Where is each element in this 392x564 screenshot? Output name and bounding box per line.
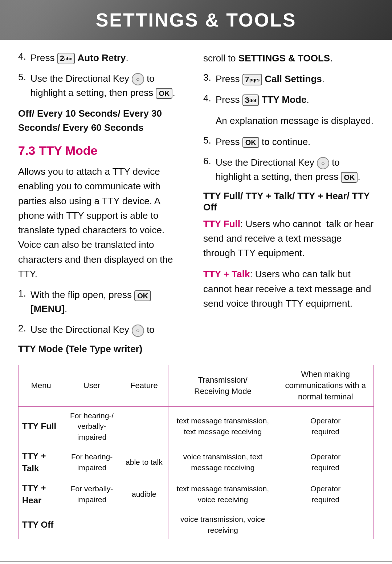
th-feature: Feature xyxy=(120,365,168,406)
list-content-r3: Press 7pqrs Call Settings. xyxy=(216,72,374,86)
footer: 84 VX8360 xyxy=(0,561,392,564)
list-num-5: 5. xyxy=(18,72,28,100)
tty-talk-desc: TTY + Talk: Users who can talk but canno… xyxy=(203,267,374,311)
table-row: TTY Off voice transmission, voicereceivi… xyxy=(19,510,374,539)
right-column: scroll to SETTINGS & TOOLS. 3. Press 7pq… xyxy=(203,51,374,358)
user-tty-full: For hearing-/verbally-impaired xyxy=(64,406,120,446)
list-num-1: 1. xyxy=(18,288,28,316)
th-menu: Menu xyxy=(19,365,64,406)
ok-key-5: OK xyxy=(156,88,172,99)
list-content-2: Use the Directional Key ○ to xyxy=(30,323,189,337)
tty-table-title: TTY Mode (Tele Type writer) xyxy=(18,343,189,355)
main-content: 4. Press 2abc Auto Retry. 5. Use the Dir… xyxy=(0,40,392,550)
settings-tools-label: SETTINGS & TOOLS xyxy=(238,53,330,64)
comm-tty-talk: Operatorrequired xyxy=(277,446,374,478)
scroll-label: scroll to xyxy=(203,53,238,64)
list-num-r5: 5. xyxy=(203,135,213,149)
list-num-r6: 6. xyxy=(203,156,213,184)
feature-tty-talk: able to talk xyxy=(120,446,168,478)
trans-tty-hear: text message transmission,voice receivin… xyxy=(168,478,277,510)
list-item-r6: 6. Use the Directional Key ○ to highligh… xyxy=(203,156,374,184)
tty-talk-inline-label: TTY + Talk xyxy=(203,269,250,279)
list-item-1: 1. With the flip open, press OK [MENU]. xyxy=(18,288,189,316)
menu-tty-hear: TTY +Hear xyxy=(19,478,64,510)
list-content-r5: Press OK to continue. xyxy=(216,135,374,149)
tty-full-inline-label: TTY Full xyxy=(203,218,240,229)
comm-tty-off xyxy=(277,510,374,539)
dir-key-r6: ○ xyxy=(317,157,329,169)
section-heading-tty: 7.3 TTY Mode xyxy=(18,144,189,158)
list-item-r3: 3. Press 7pqrs Call Settings. xyxy=(203,72,374,86)
menu-tty-talk: TTY +Talk xyxy=(19,446,64,478)
th-communications: When makingcommunications with anormal t… xyxy=(277,365,374,406)
list-item-r4: 4. Press 3def TTY Mode. xyxy=(203,93,374,107)
feature-tty-full xyxy=(120,406,168,446)
page-title: SETTINGS & TOOLS xyxy=(96,9,297,31)
list-item-5: 5. Use the Directional Key ○ to highligh… xyxy=(18,72,189,100)
dir-key-2: ○ xyxy=(132,325,144,337)
list-content-r4: Press 3def TTY Mode. xyxy=(216,93,374,107)
list-num-2: 2. xyxy=(18,323,28,337)
trans-tty-full: text message transmission,text message r… xyxy=(168,406,277,446)
dir-key-5: ○ xyxy=(132,73,144,85)
table-row: TTY +Hear For verbally-impaired audible … xyxy=(19,478,374,510)
ok-key-r5: OK xyxy=(242,137,259,148)
table-header-row: Menu User Feature Transmission/Receiving… xyxy=(19,365,374,406)
list-content-r6: Use the Directional Key ○ to highlight a… xyxy=(216,156,374,184)
tty-table: Menu User Feature Transmission/Receiving… xyxy=(18,365,374,539)
tty-table-section: Menu User Feature Transmission/Receiving… xyxy=(18,365,374,539)
feature-tty-off xyxy=(120,510,168,539)
list-content-4: Press 2abc Auto Retry. xyxy=(30,51,189,65)
left-column: 4. Press 2abc Auto Retry. 5. Use the Dir… xyxy=(18,51,189,358)
header-overlay xyxy=(0,0,65,40)
list-num-4: 4. xyxy=(18,51,28,65)
table-row: TTY Full For hearing-/verbally-impaired … xyxy=(19,406,374,446)
ok-key-1: OK xyxy=(134,290,151,301)
th-user: User xyxy=(64,365,120,406)
two-column-layout: 4. Press 2abc Auto Retry. 5. Use the Dir… xyxy=(18,51,374,358)
user-tty-talk: For hearing-impaired xyxy=(64,446,120,478)
list-item-2: 2. Use the Directional Key ○ to xyxy=(18,323,189,337)
key-7pqrs: 7pqrs xyxy=(242,74,262,85)
menu-tty-full: TTY Full xyxy=(19,406,64,446)
feature-tty-hear: audible xyxy=(120,478,168,510)
menu-label: [MENU] xyxy=(30,303,65,314)
trans-tty-off: voice transmission, voicereceiving xyxy=(168,510,277,539)
explanation-text: An explanation message is displayed. xyxy=(216,113,374,128)
comm-tty-full: Operatorrequired xyxy=(277,406,374,446)
trans-tty-talk: voice transmission, textmessage receivin… xyxy=(168,446,277,478)
comm-tty-hear: Operatorrequired xyxy=(277,478,374,510)
bold-section: Off/ Every 10 Seconds/ Every 30 Seconds/… xyxy=(18,106,189,135)
ok-key-r6: OK xyxy=(341,172,358,183)
list-content-1: With the flip open, press OK [MENU]. xyxy=(30,288,189,316)
tty-full-desc: TTY Full: Users who cannot talk or hear … xyxy=(203,217,374,261)
user-tty-hear: For verbally-impaired xyxy=(64,478,120,510)
list-num-r3: 3. xyxy=(203,72,213,86)
page-header: SETTINGS & TOOLS xyxy=(0,0,392,40)
tty-options-label: TTY Full/ TTY + Talk/ TTY + Hear/ TTY Of… xyxy=(203,190,374,213)
tty-mode-label: TTY Mode xyxy=(262,94,307,105)
list-content-5: Use the Directional Key ○ to highlight a… xyxy=(30,72,189,100)
table-row: TTY +Talk For hearing-impaired able to t… xyxy=(19,446,374,478)
call-settings-label: Call Settings xyxy=(265,73,322,84)
auto-retry-label: Auto Retry xyxy=(78,52,126,63)
list-item-r5: 5. Press OK to continue. xyxy=(203,135,374,149)
list-num-r4: 4. xyxy=(203,93,213,107)
key-2abc: 2abc xyxy=(57,53,75,64)
key-3def: 3def xyxy=(242,94,259,106)
list-item-4: 4. Press 2abc Auto Retry. xyxy=(18,51,189,65)
body-text-tty: Allows you to attach a TTY device enabli… xyxy=(18,164,189,281)
menu-tty-off: TTY Off xyxy=(19,510,64,539)
scroll-to-text: scroll to SETTINGS & TOOLS. xyxy=(203,51,374,65)
th-transmission: Transmission/Receiving Mode xyxy=(168,365,277,406)
user-tty-off xyxy=(64,510,120,539)
